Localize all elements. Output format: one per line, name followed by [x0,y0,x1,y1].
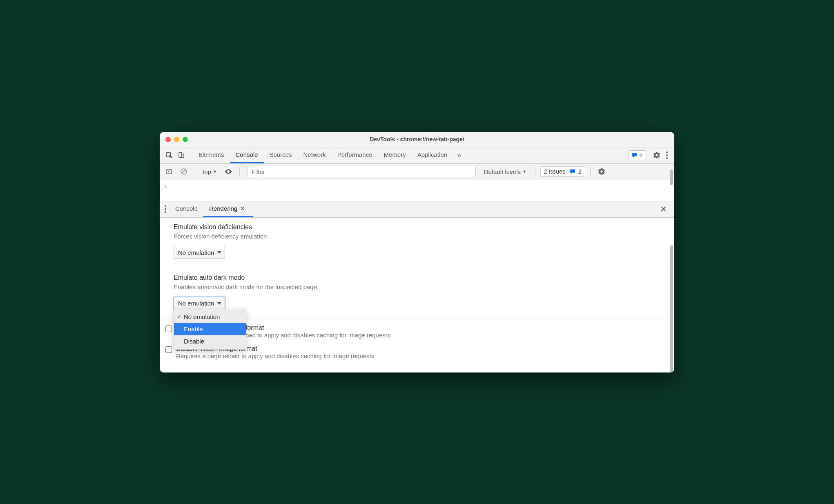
vision-deficiencies-value: No emulation [178,249,214,256]
filter-input[interactable] [247,166,476,177]
log-levels-select[interactable]: Default levels ▼ [481,168,530,175]
close-tab-icon[interactable]: ✕ [237,205,248,212]
traffic-lights [160,137,188,142]
main-tab-bar: Elements Console Sources Network Perform… [160,147,674,164]
divider [195,167,195,176]
more-tabs-icon[interactable]: » [453,149,465,161]
feedback-count: 2 [640,152,642,158]
zoom-window-button[interactable] [183,137,188,142]
scrollbar[interactable] [670,169,673,185]
tab-network[interactable]: Network [298,147,332,163]
console-settings-gear-icon[interactable] [595,165,608,178]
vision-deficiencies-section: Emulate vision deficiencies Forces visio… [160,218,674,269]
execution-context-select[interactable]: top ▼ [200,168,220,175]
auto-dark-mode-value: No emulation [178,300,214,307]
tab-sources[interactable]: Sources [264,147,298,163]
drawer-tab-bar: Console Rendering ✕ ✕ [160,201,674,218]
execution-context-label: top [203,168,211,175]
console-prompt-icon: › [164,183,167,190]
vision-deficiencies-title: Emulate vision deficiencies [174,223,660,231]
disable-webp-checkbox[interactable] [165,346,172,353]
divider [190,151,190,160]
issues-count: 2 [578,168,582,175]
dropdown-option-enable[interactable]: Enable [174,323,246,335]
close-drawer-icon[interactable]: ✕ [654,204,673,214]
feedback-badge[interactable]: 2 [629,150,645,160]
disable-avif-checkbox[interactable] [165,326,172,332]
log-levels-label: Default levels [484,168,521,175]
svg-rect-2 [182,154,184,158]
toggle-sidebar-icon[interactable] [163,165,175,178]
auto-dark-mode-select[interactable]: No emulation [174,297,225,310]
scrollbar[interactable] [670,245,673,372]
dropdown-option-disable[interactable]: Disable [174,335,246,348]
devtools-window: DevTools - chrome://new-tab-page/ Elemen… [160,132,674,372]
more-options-icon[interactable] [663,149,671,161]
drawer-more-icon[interactable] [161,203,169,215]
auto-dark-mode-desc: Enables automatic dark mode for the insp… [174,283,660,292]
close-window-button[interactable] [165,137,171,142]
live-expression-icon[interactable] [222,165,234,178]
auto-dark-mode-dropdown: No emulation Enable Disable [174,309,246,350]
tab-console[interactable]: Console [230,147,264,163]
svg-point-6 [227,171,229,172]
divider [535,167,535,176]
settings-gear-icon[interactable] [651,149,663,161]
clear-console-icon[interactable] [178,165,190,178]
inspect-element-icon[interactable] [163,149,175,161]
svg-line-5 [182,170,186,174]
auto-dark-mode-title: Emulate auto dark mode [174,274,660,281]
divider [590,167,591,176]
divider [239,167,240,176]
issues-label: 2 Issues: [544,168,567,175]
disable-webp-desc: Requires a page reload to apply and disa… [176,352,376,359]
rendering-panel: Emulate vision deficiencies Forces visio… [160,218,674,372]
vision-deficiencies-select[interactable]: No emulation [174,246,225,259]
divider [648,151,648,160]
drawer-tab-rendering-label: Rendering [209,205,237,212]
console-toolbar: top ▼ Default levels ▼ 2 Issues: 2 [160,164,674,180]
tab-memory[interactable]: Memory [378,147,412,163]
console-body[interactable]: › [160,180,674,201]
tab-performance[interactable]: Performance [332,147,378,163]
drawer-tab-rendering[interactable]: Rendering ✕ [203,201,253,217]
titlebar: DevTools - chrome://new-tab-page/ [160,132,674,147]
tab-elements[interactable]: Elements [193,147,230,163]
device-toggle-icon[interactable] [175,149,187,161]
drawer-tab-console[interactable]: Console [169,201,203,217]
disable-avif-title: format [245,324,392,332]
svg-rect-1 [179,152,182,157]
chevron-down-icon: ▼ [522,169,527,174]
tab-application[interactable]: Application [412,147,453,163]
disable-avif-desc: oad to apply and disables caching for im… [245,332,392,339]
chevron-down-icon: ▼ [213,169,217,174]
dropdown-option-no-emulation[interactable]: No emulation [174,311,246,323]
issues-button[interactable]: 2 Issues: 2 [540,166,585,177]
vision-deficiencies-desc: Forces vision deficiency emulation [174,232,660,241]
minimize-window-button[interactable] [174,137,179,142]
window-title: DevTools - chrome://new-tab-page/ [160,136,674,143]
